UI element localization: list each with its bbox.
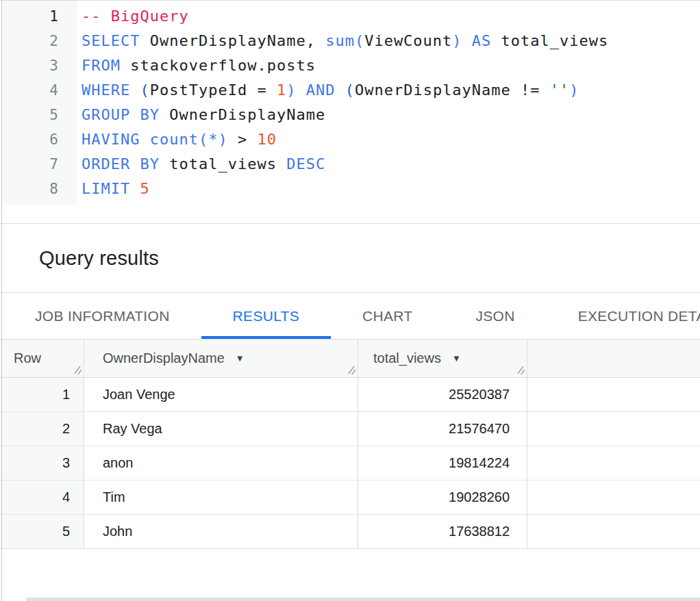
table-cell: anon <box>84 446 358 480</box>
tab-label: JOB INFORMATION <box>35 308 170 324</box>
code-line: WHERE (PostTypeId = 1) AND (OwnerDisplay… <box>82 78 608 103</box>
code-token <box>335 81 345 99</box>
code-token: total_views <box>491 32 608 49</box>
code-token <box>130 81 140 99</box>
panel-left-edge <box>1 0 2 601</box>
code-token: ( <box>345 81 355 99</box>
table-cell: Tim <box>84 481 358 514</box>
code-token: OwnerDisplayName != <box>355 81 550 99</box>
code-token: total_views <box>160 155 286 172</box>
code-token: > <box>228 131 258 148</box>
table-header-row: RowOwnerDisplayName▼total_views▼ <box>0 340 700 378</box>
tab-label: EXECUTION DETAILS <box>578 308 700 324</box>
table-cell-filler <box>527 446 700 480</box>
code-token: DESC <box>286 155 325 172</box>
table-cell: 25520387 <box>358 378 527 411</box>
query-results-header: Query results <box>0 224 700 293</box>
code-token: GROUP BY <box>82 106 160 123</box>
code-token: FROM <box>82 57 121 74</box>
code-token: PostTypeId = <box>150 81 277 99</box>
tab-job-information[interactable]: JOB INFORMATION <box>3 293 201 339</box>
table-row: 2Ray Vega21576470 <box>0 412 700 446</box>
page-title: Query results <box>39 247 159 270</box>
code-line: FROM stackoverflow.posts <box>82 53 608 78</box>
column-header-total_views: total_views▼ <box>358 340 527 377</box>
code-token <box>462 32 472 49</box>
table-row: 1Joan Venge25520387 <box>0 378 700 412</box>
column-header-label: OwnerDisplayName <box>103 350 225 366</box>
results-tabbar: JOB INFORMATIONRESULTSCHARTJSONEXECUTION… <box>0 293 700 340</box>
tab-execution-details[interactable]: EXECUTION DETAILS <box>547 293 700 339</box>
row-number-cell: 2 <box>0 412 84 446</box>
code-line: HAVING count(*) > 10 <box>82 127 608 152</box>
line-number: 4 <box>2 78 77 103</box>
horizontal-scrollbar[interactable] <box>26 598 700 601</box>
code-line: -- BigQuery <box>82 4 608 29</box>
code-token: AND <box>306 81 336 99</box>
code-token <box>130 180 140 197</box>
code-token: ) <box>569 81 579 99</box>
line-number: 7 <box>2 152 77 177</box>
tab-results[interactable]: RESULTS <box>201 293 331 339</box>
table-cell: John <box>84 515 358 548</box>
column-dropdown-icon[interactable]: ▼ <box>236 353 245 363</box>
table-cell-filler <box>527 412 700 446</box>
results-table: RowOwnerDisplayName▼total_views▼ 1Joan V… <box>0 340 700 549</box>
code-token: OwnerDisplayName, <box>140 32 325 49</box>
table-row: 5John17638812 <box>0 515 700 549</box>
table-cell: 19814224 <box>358 446 527 480</box>
line-number-gutter: 12345678 <box>2 1 77 205</box>
code-line: LIMIT 5 <box>82 177 608 201</box>
code-token: stackoverflow.posts <box>121 57 316 74</box>
column-resize-handle-icon[interactable] <box>347 366 355 374</box>
code-token: SELECT <box>82 32 140 49</box>
sql-editor[interactable]: 12345678 -- BigQuerySELECT OwnerDisplayN… <box>0 0 700 224</box>
line-number: 6 <box>2 127 77 152</box>
code-token: HAVING <box>82 131 140 148</box>
column-header-label: Row <box>14 350 41 366</box>
line-number: 1 <box>2 4 77 29</box>
column-resize-handle-icon[interactable] <box>516 366 525 374</box>
code-token <box>140 131 149 148</box>
code-token: ) <box>286 81 296 99</box>
column-dropdown-icon[interactable]: ▼ <box>452 353 461 363</box>
table-cell: 19028260 <box>358 481 527 514</box>
code-line: SELECT OwnerDisplayName, sum(ViewCount) … <box>82 29 608 53</box>
code-token: WHERE <box>82 81 130 99</box>
code-token: ( <box>140 81 149 99</box>
code-token: OwnerDisplayName <box>160 106 325 123</box>
table-cell-filler <box>527 378 700 411</box>
column-header-ownerdisplayname: OwnerDisplayName▼ <box>84 340 358 377</box>
row-number-cell: 5 <box>0 515 84 548</box>
tab-label: JSON <box>475 308 514 324</box>
table-cell: 21576470 <box>358 412 527 446</box>
active-tab-indicator <box>201 336 331 339</box>
tab-json[interactable]: JSON <box>444 293 546 339</box>
tab-chart[interactable]: CHART <box>331 293 444 339</box>
code-line: ORDER BY total_views DESC <box>82 152 608 177</box>
table-row: 3anon19814224 <box>0 446 700 481</box>
line-number: 5 <box>2 103 77 127</box>
code-token: LIMIT <box>82 180 130 197</box>
code-token: ORDER BY <box>82 155 160 172</box>
line-number: 8 <box>2 177 77 201</box>
sql-code-area[interactable]: -- BigQuerySELECT OwnerDisplayName, sum(… <box>77 1 608 201</box>
code-token: count(*) <box>150 131 228 148</box>
table-row: 4Tim19028260 <box>0 481 700 515</box>
table-cell: Ray Vega <box>84 412 358 446</box>
table-cell: Joan Venge <box>84 378 358 411</box>
code-token: AS <box>472 32 492 49</box>
table-cell-filler <box>527 515 700 548</box>
table-cell: 17638812 <box>358 515 527 548</box>
footer-space <box>0 549 700 600</box>
code-token: 1 <box>277 81 286 99</box>
tab-label: CHART <box>362 308 412 324</box>
code-token: -- BigQuery <box>82 8 189 25</box>
row-number-cell: 3 <box>0 446 84 480</box>
row-number-cell: 1 <box>0 378 84 411</box>
column-header-row: Row <box>0 340 84 377</box>
column-resize-handle-icon[interactable] <box>73 366 82 374</box>
code-token: sum( <box>325 32 364 49</box>
row-number-cell: 4 <box>0 481 84 514</box>
code-token: 10 <box>257 131 277 148</box>
